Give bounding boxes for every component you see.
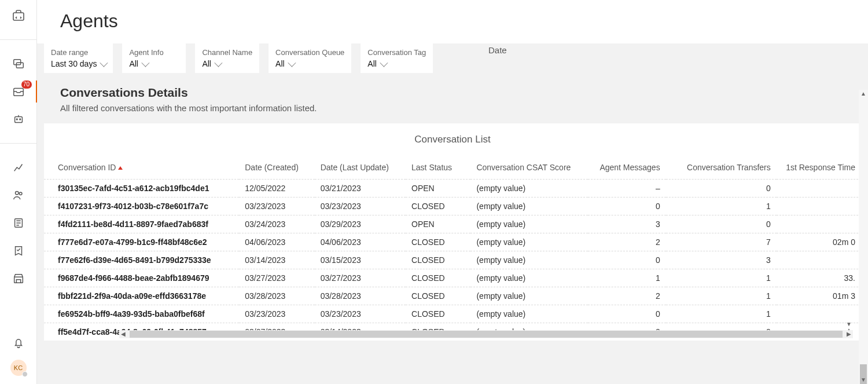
page-vertical-scrollbar[interactable]: ▲ ▼	[859, 90, 868, 384]
cell: (empty value)	[470, 305, 587, 323]
table-row[interactable]: f777e6d7-e07a-4799-b1c9-ff48bf48c6e204/0…	[44, 233, 861, 251]
inbox-icon[interactable]: 70	[11, 84, 26, 99]
col-conversation-transfers[interactable]: Conversation Transfers	[666, 158, 777, 180]
svg-rect-0	[13, 13, 24, 20]
table-horizontal-scrollbar[interactable]: ◀ ▶	[119, 330, 853, 338]
main-area: Agents Date Date rangeLast 30 daysAgent …	[37, 0, 868, 384]
filters-bar: Date rangeLast 30 daysAgent InfoAllChann…	[37, 43, 868, 73]
svg-point-7	[15, 192, 19, 195]
cell: CLOSED	[406, 305, 470, 323]
table-title: Conversation List	[44, 134, 861, 145]
cell: –	[588, 180, 666, 198]
col-1st-response-time[interactable]: 1st Response Time	[777, 158, 861, 180]
scroll-down-icon[interactable]: ▼	[846, 321, 852, 327]
cell: OPEN	[406, 215, 470, 233]
cell: 04/06/2023	[315, 233, 406, 251]
table-row[interactable]: f9687de4-f966-4488-beae-2abfb189467903/2…	[44, 269, 861, 287]
svg-rect-3	[13, 89, 23, 96]
table-row[interactable]: fe69524b-bff9-4a39-93d5-baba0fbef68f03/2…	[44, 305, 861, 323]
cell: 03/14/2023	[239, 251, 314, 269]
col-last-status[interactable]: Last Status	[406, 158, 470, 180]
cell	[777, 305, 861, 323]
filter-conversation-tag[interactable]: Conversation TagAll	[361, 43, 433, 73]
cell: 03/28/2023	[315, 287, 406, 305]
cell: f30135ec-7afd-4c51-a612-acb19fbc4de1	[44, 180, 239, 198]
sidebar-divider-2	[0, 143, 36, 144]
bot-icon[interactable]	[11, 112, 26, 127]
cell: 03/23/2023	[315, 198, 406, 215]
sort-ascending-icon	[118, 166, 123, 170]
chevron-down-icon	[100, 59, 108, 67]
chevron-down-icon	[288, 59, 296, 67]
code-briefcase-icon[interactable]	[11, 8, 26, 23]
cell: 01m 3	[777, 287, 861, 305]
cell: (empty value)	[470, 233, 587, 251]
cell: (empty value)	[470, 251, 587, 269]
cell: (empty value)	[470, 180, 587, 198]
page-scroll-down-icon[interactable]: ▼	[860, 377, 866, 383]
bell-icon[interactable]	[11, 335, 26, 350]
col-date-last-update-[interactable]: Date (Last Update)	[315, 158, 406, 180]
filter-date-range[interactable]: Date rangeLast 30 days	[44, 43, 113, 73]
filter-value: All	[367, 59, 426, 68]
cell: 04/06/2023	[239, 233, 314, 251]
cell	[777, 180, 861, 198]
scroll-thumb-h[interactable]	[130, 331, 843, 338]
cell: 03/27/2023	[315, 269, 406, 287]
cell: f9687de4-f966-4488-beae-2abfb1894679	[44, 269, 239, 287]
cell: (empty value)	[470, 198, 587, 215]
cell: CLOSED	[406, 269, 470, 287]
svg-rect-2	[16, 63, 23, 68]
col-conversation-id[interactable]: Conversation ID	[44, 158, 239, 180]
note-icon[interactable]	[11, 215, 26, 231]
cell: 2	[588, 233, 666, 251]
col-conversation-csat-score[interactable]: Conversation CSAT Score	[470, 158, 587, 180]
filter-conversation-queue[interactable]: Conversation QueueAll	[269, 43, 351, 73]
bookmark-check-icon[interactable]	[11, 243, 26, 258]
cell: 1	[666, 198, 777, 215]
conversation-list-card: Conversation List Conversation IDDate (C…	[44, 123, 861, 341]
table-row[interactable]: f4107231-9f73-4012-b03b-c78e601f7a7c03/2…	[44, 198, 861, 215]
table-header-row: Conversation IDDate (Created)Date (Last …	[44, 158, 861, 180]
col-agent-messages[interactable]: Agent Messages	[588, 158, 666, 180]
analytics-icon[interactable]	[11, 160, 26, 175]
cell: 0	[666, 180, 777, 198]
table-row[interactable]: f77e62f6-d39e-4d65-8491-b799d275333e03/1…	[44, 251, 861, 269]
cell: 03/24/2023	[239, 215, 314, 233]
cell: 7	[666, 233, 777, 251]
page-scroll-up-icon[interactable]: ▲	[860, 91, 866, 97]
chat-icon[interactable]	[11, 56, 26, 71]
table-row[interactable]: fbbf221d-2f9a-40da-a09e-effd3663178e03/2…	[44, 287, 861, 305]
col-date-created-[interactable]: Date (Created)	[239, 158, 314, 180]
store-icon[interactable]	[11, 271, 26, 286]
cell	[777, 251, 861, 269]
people-icon[interactable]	[11, 188, 26, 203]
table-row[interactable]: f4fd2111-be8d-4d11-8897-9faed7ab683f03/2…	[44, 215, 861, 233]
scroll-right-icon[interactable]: ▶	[846, 331, 852, 337]
cell: f777e6d7-e07a-4799-b1c9-ff48bf48c6e2	[44, 233, 239, 251]
cell: 0	[588, 305, 666, 323]
cell: 03/27/2023	[239, 269, 314, 287]
filter-label: Channel Name	[202, 48, 252, 57]
filter-value: All	[275, 59, 344, 68]
cell: 33.	[777, 269, 861, 287]
filter-agent-info[interactable]: Agent InfoAll	[122, 43, 186, 73]
cell: 03/23/2023	[239, 198, 314, 215]
cell: CLOSED	[406, 287, 470, 305]
table-body: f30135ec-7afd-4c51-a612-acb19fbc4de112/0…	[44, 180, 861, 341]
table-row[interactable]: f30135ec-7afd-4c51-a612-acb19fbc4de112/0…	[44, 180, 861, 198]
truncated-label: Date	[488, 45, 507, 55]
avatar[interactable]: KC	[10, 360, 27, 376]
filter-label: Conversation Tag	[367, 48, 426, 57]
svg-point-8	[19, 192, 22, 195]
svg-rect-4	[14, 116, 22, 122]
left-sidebar: 70 KC	[0, 0, 37, 384]
scroll-left-icon[interactable]: ◀	[120, 331, 126, 337]
cell: CLOSED	[406, 233, 470, 251]
cell: (empty value)	[470, 215, 587, 233]
filter-channel-name[interactable]: Channel NameAll	[195, 43, 259, 73]
filter-label: Agent Info	[129, 48, 179, 57]
cell: 2	[588, 287, 666, 305]
cell: 02m 0	[777, 233, 861, 251]
cell: f77e62f6-d39e-4d65-8491-b799d275333e	[44, 251, 239, 269]
